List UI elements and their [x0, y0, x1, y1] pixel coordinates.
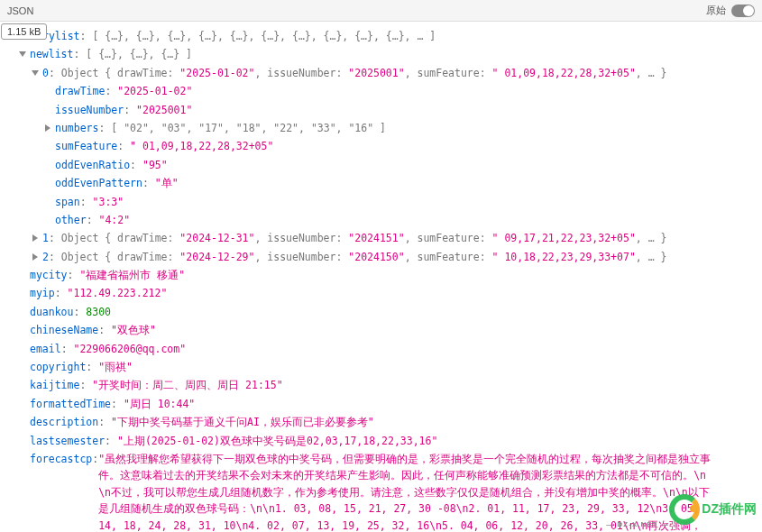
tree-row[interactable]: myip"112.49.223.212" [5, 284, 762, 302]
twisty-down-icon[interactable] [31, 69, 40, 78]
raw-label: 原始 [706, 4, 726, 17]
tree-row[interactable]: email"229066206@qq.com" [5, 340, 762, 358]
tree-row[interactable]: span"3:3" [5, 193, 762, 211]
key: 0 [42, 67, 61, 79]
size-badge: 1.15 kB [1, 23, 47, 40]
key: rylist [42, 30, 92, 42]
twisty-right-icon[interactable] [43, 124, 52, 133]
twisty-right-icon[interactable] [31, 252, 40, 261]
tree-row[interactable]: chineseName"双色球" [5, 321, 762, 339]
toolbar: JSON 原始 [0, 0, 762, 22]
tree-row-numbers[interactable]: numbers[ "02", "03", "17", "18", "22", "… [5, 119, 762, 137]
tree-row-forecastcp[interactable]: forecastcp "虽然我理解您希望获得下一期双色球的中奖号码，但需要明确的… [5, 450, 762, 532]
value-preview: [ {…}, {…}, {…}, {…}, {…}, {…}, {…}, {…}… [92, 30, 436, 42]
tree-row-newlist-0[interactable]: 0Object { drawTime: "2025-01-02", issueN… [5, 64, 762, 82]
tree-row-newlist-2[interactable]: 2Object { drawTime: "2024-12-29", issueN… [5, 248, 762, 266]
tree-row-rylist[interactable]: rylist[ {…}, {…}, {…}, {…}, {…}, {…}, {…… [5, 27, 762, 45]
tree-row[interactable]: sumFeature" 01,09,18,22,28,32+05" [5, 137, 762, 155]
tree-row[interactable]: formattedTime"周日 10:44" [5, 395, 762, 413]
tab-json[interactable]: JSON [7, 5, 33, 16]
tree-row[interactable]: copyright"雨祺" [5, 358, 762, 376]
value-preview: [ {…}, {…}, {…} ] [86, 48, 192, 60]
tree-row[interactable]: oddEvenRatio"95" [5, 156, 762, 174]
tree-row[interactable]: oddEvenPattern"单" [5, 174, 762, 192]
tree-row-newlist-1[interactable]: 1Object { drawTime: "2024-12-31", issueN… [5, 229, 762, 247]
json-tree: rylist[ {…}, {…}, {…}, {…}, {…}, {…}, {…… [0, 22, 762, 532]
raw-toggle[interactable] [731, 5, 755, 17]
tree-row[interactable]: mycity"福建省福州市 移通" [5, 266, 762, 284]
forecastcp-value: "虽然我理解您希望获得下一期双色球的中奖号码，但需要明确的是，彩票抽奖是一个完全… [98, 451, 712, 532]
tree-row-newlist[interactable]: newlist[ {…}, {…}, {…} ] [5, 45, 762, 63]
tree-row[interactable]: issueNumber"2025001" [5, 101, 762, 119]
tree-row[interactable]: other"4:2" [5, 211, 762, 229]
twisty-right-icon[interactable] [31, 234, 40, 243]
tree-row[interactable]: lastsemester"上期(2025-01-02)双色球中奖号码是02,03… [5, 432, 762, 450]
tree-row[interactable]: drawTime"2025-01-02" [5, 82, 762, 100]
twisty-down-icon[interactable] [18, 50, 27, 59]
tree-row[interactable]: duankou8300 [5, 303, 762, 321]
key: newlist [30, 48, 86, 60]
tree-row[interactable]: kaijtime"开奖时间：周二、周四、周日 21:15" [5, 376, 762, 394]
tree-row[interactable]: description"下期中奖号码基于通义千问AI，娱乐而已非必要参考" [5, 413, 762, 431]
